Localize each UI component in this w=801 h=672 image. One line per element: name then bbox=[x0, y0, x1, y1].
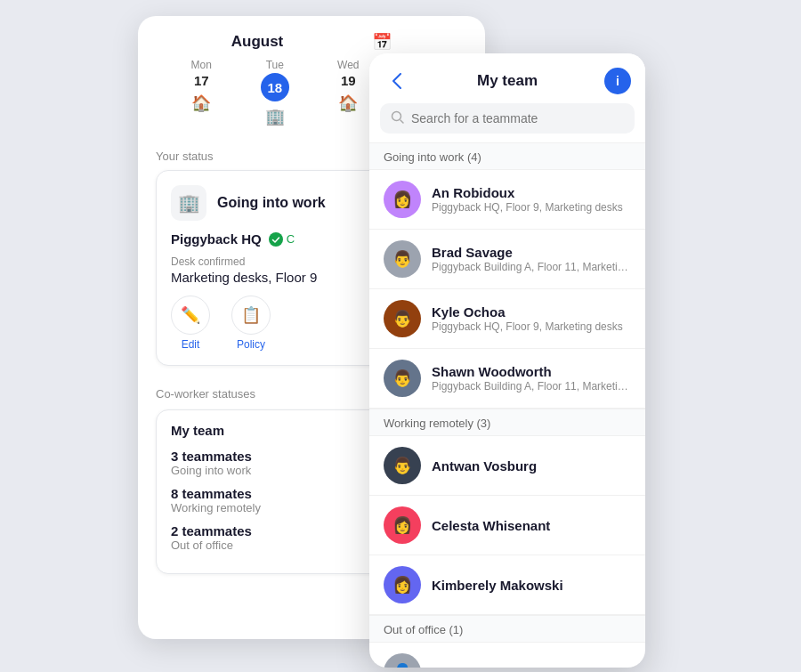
svg-point-0 bbox=[269, 232, 283, 247]
avatar-antwan-vosburg: 👨 bbox=[384, 447, 421, 484]
group-header-0: Going into work (4) bbox=[369, 142, 645, 170]
day-name-wed: Wed bbox=[337, 59, 359, 71]
month-title: August 📅 bbox=[156, 32, 467, 52]
teammate-list: Going into work (4) 👩 An Robidoux Piggyb… bbox=[369, 142, 645, 668]
search-icon bbox=[391, 110, 404, 126]
calendar-icon[interactable]: 📅 bbox=[372, 32, 392, 52]
status-text: Going into work bbox=[217, 195, 326, 211]
teammate-info-shawn-woodworth: Shawn Woodworth Piggyback Building A, Fl… bbox=[432, 364, 631, 393]
teammate-location-shawn-woodworth: Piggyback Building A, Floor 11, Marketin… bbox=[432, 380, 631, 393]
group-header-1: Working remotely (3) bbox=[369, 409, 645, 436]
teammate-out-of-office-1[interactable]: 👤 bbox=[369, 643, 645, 668]
avatar-kimberely-makowski: 👩 bbox=[384, 566, 421, 603]
day-col-tue[interactable]: Tue 18 🏢 bbox=[248, 59, 302, 126]
policy-label: Policy bbox=[237, 338, 265, 351]
teammate-name-kyle-ochoa: Kyle Ochoa bbox=[432, 304, 631, 320]
day-icon-mon: 🏠 bbox=[191, 93, 211, 113]
teammate-name-shawn-woodworth: Shawn Woodworth bbox=[432, 364, 631, 379]
panel-header: My team i bbox=[369, 53, 645, 103]
teammate-name-brad-savage: Brad Savage bbox=[432, 245, 631, 260]
edit-button[interactable]: ✏️ Edit bbox=[171, 296, 210, 351]
day-name-tue: Tue bbox=[266, 59, 284, 71]
teammate-name-kimberely-makowski: Kimberely Makowski bbox=[432, 578, 631, 593]
group-label-2: Out of office (1) bbox=[384, 623, 463, 636]
search-input[interactable] bbox=[411, 111, 624, 125]
teammate-info-antwan-vosburg: Antwan Vosburg bbox=[432, 458, 631, 474]
avatar-an-robidoux: 👩 bbox=[384, 181, 421, 218]
avatar-celesta-whisenant: 👩 bbox=[384, 506, 421, 544]
avatar-shawn-woodworth: 👨 bbox=[384, 360, 421, 397]
teammate-kimberely-makowski[interactable]: 👩 Kimberely Makowski bbox=[369, 555, 645, 615]
confirmed-text: C bbox=[287, 232, 295, 246]
group-label-0: Going into work (4) bbox=[384, 150, 481, 164]
avatar-out-of-office-1: 👤 bbox=[384, 653, 421, 668]
avatar-kyle-ochoa: 👨 bbox=[384, 300, 421, 337]
info-button[interactable]: i bbox=[604, 68, 631, 94]
day-icon-tue: 🏢 bbox=[265, 107, 285, 126]
day-icon-wed: 🏠 bbox=[338, 93, 358, 113]
teammate-name-celesta-whisenant: Celesta Whisenant bbox=[432, 518, 631, 533]
day-col-mon: Mon 17 🏠 bbox=[174, 59, 228, 126]
day-num-wed: 19 bbox=[341, 73, 356, 88]
group-header-2: Out of office (1) bbox=[369, 615, 645, 643]
teammate-info-an-robidoux: An Robidoux Piggyback HQ, Floor 9, Marke… bbox=[432, 185, 631, 214]
front-card: My team i Going into work (4) 👩 An Robid… bbox=[369, 53, 645, 668]
back-button[interactable] bbox=[384, 68, 410, 94]
teammate-info-kyle-ochoa: Kyle Ochoa Piggyback HQ, Floor 9, Market… bbox=[432, 304, 631, 333]
status-icon-box: 🏢 bbox=[171, 185, 206, 221]
day-num-tue: 18 bbox=[261, 73, 289, 101]
teammate-info-brad-savage: Brad Savage Piggyback Building A, Floor … bbox=[432, 245, 631, 273]
month-label: August bbox=[231, 33, 284, 51]
day-col-wed: Wed 19 🏠 bbox=[321, 59, 375, 126]
policy-icon-circle: 📋 bbox=[231, 296, 271, 335]
teammate-location-kyle-ochoa: Piggyback HQ, Floor 9, Marketing desks bbox=[432, 320, 631, 333]
panel-title: My team bbox=[477, 72, 538, 90]
teammate-name-an-robidoux: An Robidoux bbox=[432, 185, 631, 200]
location-name: Piggyback HQ bbox=[171, 231, 262, 247]
teammate-info-celesta-whisenant: Celesta Whisenant bbox=[432, 518, 631, 533]
teammate-name-antwan-vosburg: Antwan Vosburg bbox=[432, 458, 631, 474]
day-num-mon: 17 bbox=[194, 73, 209, 88]
search-bar[interactable] bbox=[380, 103, 635, 134]
policy-button[interactable]: 📋 Policy bbox=[231, 296, 271, 351]
teammate-location-brad-savage: Piggyback Building A, Floor 11, Marketin… bbox=[432, 261, 631, 273]
info-icon: i bbox=[616, 74, 619, 88]
edit-label: Edit bbox=[182, 338, 200, 351]
teammate-antwan-vosburg[interactable]: 👨 Antwan Vosburg bbox=[369, 436, 645, 496]
teammate-kyle-ochoa[interactable]: 👨 Kyle Ochoa Piggyback HQ, Floor 9, Mark… bbox=[369, 289, 645, 349]
svg-point-1 bbox=[392, 112, 401, 121]
confirmed-badge: C bbox=[269, 232, 295, 247]
edit-icon-circle: ✏️ bbox=[171, 296, 210, 335]
teammate-brad-savage[interactable]: 👨 Brad Savage Piggyback Building A, Floo… bbox=[369, 230, 645, 289]
coworker-team-name: My team bbox=[171, 423, 224, 438]
teammate-shawn-woodworth[interactable]: 👨 Shawn Woodworth Piggyback Building A, … bbox=[369, 349, 645, 409]
teammate-an-robidoux[interactable]: 👩 An Robidoux Piggyback HQ, Floor 9, Mar… bbox=[369, 170, 645, 230]
teammate-location-an-robidoux: Piggyback HQ, Floor 9, Marketing desks bbox=[432, 201, 631, 214]
teammate-celesta-whisenant[interactable]: 👩 Celesta Whisenant bbox=[369, 496, 645, 555]
day-name-mon: Mon bbox=[191, 59, 212, 71]
teammate-info-kimberely-makowski: Kimberely Makowski bbox=[432, 578, 631, 593]
avatar-brad-savage: 👨 bbox=[384, 240, 421, 278]
status-icon: 🏢 bbox=[178, 192, 200, 214]
group-label-1: Working remotely (3) bbox=[384, 417, 490, 430]
